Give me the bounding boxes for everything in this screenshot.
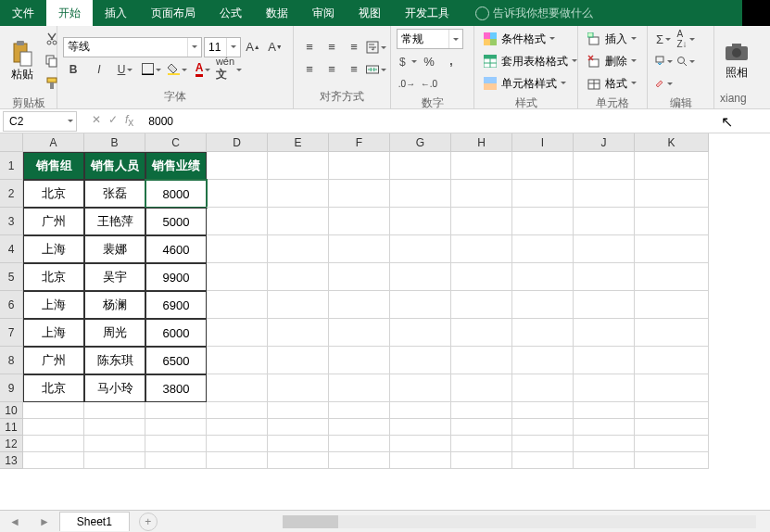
cell[interactable] — [268, 208, 329, 235]
cell[interactable] — [390, 374, 451, 402]
col-header[interactable]: F — [329, 133, 390, 152]
cell[interactable] — [451, 152, 512, 180]
row-header[interactable]: 1 — [0, 152, 23, 180]
merge-button[interactable] — [366, 59, 386, 80]
row-header[interactable]: 10 — [0, 402, 23, 419]
underline-button[interactable]: U — [115, 59, 135, 80]
autosum-button[interactable]: Σ — [653, 29, 674, 49]
cell[interactable]: 北京 — [23, 263, 84, 291]
clear-button[interactable] — [653, 73, 674, 94]
cell[interactable] — [23, 402, 84, 419]
sort-filter-button[interactable]: AZ↓ — [675, 29, 696, 49]
tab-nav-prev[interactable]: ◄ — [0, 515, 30, 528]
cell[interactable] — [390, 152, 451, 180]
cell[interactable] — [451, 419, 512, 436]
insert-cells-button[interactable]: 插入 — [584, 29, 639, 49]
cell[interactable]: 上海 — [23, 235, 84, 263]
bold-button[interactable]: B — [63, 59, 83, 80]
cell[interactable] — [207, 347, 268, 374]
cell[interactable] — [268, 436, 329, 452]
tell-me[interactable]: 告诉我你想要做什么 — [475, 6, 593, 21]
cell[interactable] — [512, 319, 574, 347]
row-header[interactable]: 7 — [0, 319, 23, 347]
cell[interactable] — [390, 419, 451, 436]
percent-button[interactable]: % — [419, 51, 439, 71]
cell[interactable] — [329, 419, 390, 436]
cell[interactable]: 上海 — [23, 319, 84, 347]
table-format-button[interactable]: 套用表格格式 — [480, 51, 580, 71]
cell[interactable] — [268, 291, 329, 319]
cell[interactable] — [329, 263, 390, 291]
row-header[interactable]: 4 — [0, 235, 23, 263]
cell[interactable] — [574, 263, 635, 291]
paste-button[interactable]: 粘贴 — [6, 29, 39, 94]
cell[interactable] — [207, 319, 268, 347]
cell[interactable]: 北京 — [23, 374, 84, 402]
cell[interactable]: 杨澜 — [84, 291, 145, 319]
worksheet-grid[interactable]: ABCDEFGHIJK 1销售组销售人员销售业绩2北京张磊80003广州王艳萍5… — [0, 133, 770, 495]
cell[interactable] — [145, 419, 207, 436]
cell[interactable] — [329, 452, 390, 469]
cell[interactable] — [329, 291, 390, 319]
conditional-format-button[interactable]: 条件格式 — [480, 29, 580, 49]
cell[interactable] — [574, 319, 635, 347]
cell[interactable] — [84, 452, 145, 469]
align-top-button[interactable]: ≡ — [299, 37, 320, 57]
cell[interactable] — [23, 419, 84, 436]
tab-view[interactable]: 视图 — [347, 0, 393, 26]
cell[interactable]: 北京 — [23, 180, 84, 208]
row-header[interactable]: 5 — [0, 263, 23, 291]
cell[interactable] — [329, 374, 390, 402]
cell[interactable]: 张磊 — [84, 180, 145, 208]
cell[interactable] — [451, 452, 512, 469]
row-header[interactable]: 8 — [0, 347, 23, 374]
cell[interactable] — [512, 452, 574, 469]
comma-button[interactable]: , — [441, 51, 461, 71]
cell[interactable] — [84, 419, 145, 436]
cell[interactable] — [635, 208, 709, 235]
cell[interactable] — [207, 374, 268, 402]
cell[interactable] — [390, 452, 451, 469]
cell[interactable] — [329, 180, 390, 208]
select-all-corner[interactable] — [0, 133, 23, 152]
row-header[interactable]: 11 — [0, 419, 23, 436]
tab-data[interactable]: 数据 — [254, 0, 300, 26]
cell[interactable] — [635, 347, 709, 374]
tab-review[interactable]: 审阅 — [300, 0, 347, 26]
cell[interactable]: 5000 — [145, 208, 207, 235]
cell[interactable] — [268, 180, 329, 208]
cancel-formula-button[interactable]: ✕ — [92, 113, 101, 129]
cell[interactable] — [268, 263, 329, 291]
cell[interactable] — [512, 402, 574, 419]
row-header[interactable]: 9 — [0, 374, 23, 402]
font-name-combo[interactable]: 等线 — [63, 37, 202, 57]
cell[interactable]: 广州 — [23, 347, 84, 374]
cell[interactable] — [268, 319, 329, 347]
cell[interactable] — [145, 436, 207, 452]
cell[interactable]: 广州 — [23, 208, 84, 235]
cell[interactable] — [635, 436, 709, 452]
cell[interactable] — [635, 263, 709, 291]
italic-button[interactable]: I — [89, 59, 109, 80]
cell[interactable] — [207, 180, 268, 208]
col-header[interactable]: A — [23, 133, 84, 152]
align-bottom-button[interactable]: ≡ — [344, 37, 364, 57]
align-center-button[interactable]: ≡ — [322, 59, 342, 80]
cell[interactable] — [635, 180, 709, 208]
col-header[interactable]: K — [635, 133, 709, 152]
fill-button[interactable] — [653, 51, 674, 71]
decrease-decimal-button[interactable]: ←.0 — [419, 73, 439, 94]
cell[interactable] — [512, 152, 574, 180]
cell[interactable] — [268, 452, 329, 469]
row-header[interactable]: 2 — [0, 180, 23, 208]
col-header[interactable]: I — [512, 133, 574, 152]
cell[interactable] — [390, 291, 451, 319]
cell[interactable]: 4600 — [145, 235, 207, 263]
cell[interactable] — [268, 419, 329, 436]
cell[interactable]: 上海 — [23, 291, 84, 319]
row-header[interactable]: 3 — [0, 208, 23, 235]
cell[interactable] — [451, 402, 512, 419]
wrap-text-button[interactable] — [366, 37, 386, 57]
cell-styles-button[interactable]: 单元格样式 — [480, 73, 580, 94]
col-header[interactable]: J — [574, 133, 635, 152]
